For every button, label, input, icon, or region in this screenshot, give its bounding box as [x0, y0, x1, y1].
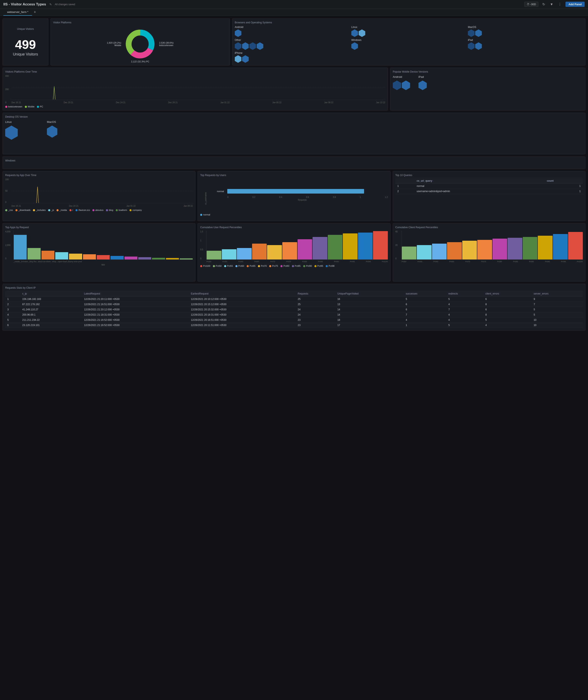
browsers-os-title: Browsers and Operating Systems	[235, 21, 583, 24]
top-queries-title: Top 10 Queries	[395, 174, 583, 177]
panel-desktop-os: Desktop OS Version Linux MacOS	[3, 113, 585, 154]
col-pages: UniquePageVisited	[335, 291, 404, 296]
cum-bar-pct55	[222, 249, 237, 259]
topbar-right: ⏱ -30D ↻ ▼ ⋮ Add Panel	[524, 2, 585, 7]
panel-client-ip-stats: Requests Stats by Client IP c_ip LatestR…	[3, 284, 585, 330]
col-redirects: redirects	[446, 291, 483, 296]
requests-app-legend: _css _downloads _includes _js _media / /…	[5, 209, 193, 211]
hex-macos-desktop	[47, 126, 57, 138]
col-client-errors: client_errors	[483, 291, 531, 296]
panel-top-queries: Top 10 Queries cs_uri_query count 1 norm…	[393, 171, 585, 221]
refresh-icon[interactable]: ↻	[541, 2, 546, 7]
table-row: 3 41.249.110.27 12/26/2021 21:20:12:000 …	[5, 307, 583, 312]
cum-client-bar-pct50	[402, 246, 417, 260]
bar-zapov	[124, 256, 137, 259]
cum-bar-pct90	[328, 235, 343, 259]
cum-bar-pct95	[343, 233, 358, 259]
hbar-normal	[227, 189, 364, 193]
visitors-line-chart	[11, 75, 385, 100]
row-1: Unique Visitors 499 Unique Visitors Visi…	[3, 18, 585, 65]
hex-android-lg-2	[402, 80, 410, 90]
hex-android	[235, 29, 241, 37]
hex-linux-desktop	[5, 126, 18, 140]
top-requests-users-title: Top Requests by Users	[200, 174, 388, 177]
saved-status: All changes saved	[55, 3, 75, 6]
visitors-legend: bots/unknown Mobile PC	[5, 105, 385, 108]
more-icon[interactable]: ⋮	[557, 2, 563, 7]
os-linux: Linux	[5, 120, 18, 140]
browser-item-ipad: iPad	[468, 39, 583, 50]
topbar: IIS - Visitor Access Types ✎ All changes…	[0, 0, 588, 9]
timerange-selector[interactable]: ⏱ -30D	[524, 2, 538, 7]
bar-includes	[28, 248, 40, 260]
hex-android-lg-1	[393, 80, 401, 90]
cumulative-user-legend: Pct100 Pct50 Pct55 Pct60 Pct65 Pct70 Pct…	[200, 265, 388, 267]
os-macos: MacOS	[47, 120, 57, 140]
col-cip: c_ip	[20, 291, 82, 296]
requests-app-svg	[11, 178, 193, 203]
cum-bar-pct75	[282, 242, 297, 259]
bar-boaform	[138, 257, 151, 259]
cum-client-bar-pct80	[493, 239, 507, 259]
browser-item-windows: Windows	[351, 39, 466, 50]
chart-yaxis: 400 200 0	[5, 75, 9, 104]
browser-item-iphone: iPhone	[235, 51, 350, 63]
col-requests: Requests	[296, 291, 335, 296]
page-title: IIS - Visitor Access Types	[3, 2, 46, 6]
cum-client-bar-pct85	[508, 238, 522, 259]
bar-shopping	[111, 256, 123, 259]
cum-bar-pct80	[298, 239, 312, 259]
cum-bar-pct65	[252, 244, 267, 259]
donut-label-bots: 2,536 (38.6%)bots/unknown	[159, 41, 173, 46]
panel-cumulative-client: Cumulative Client Request Percentiles 40…	[393, 223, 585, 281]
cumulative-client-chart	[402, 230, 583, 260]
queries-col-query: cs_uri_query	[415, 178, 545, 183]
donut-legend-right: 2,536 (38.6%)bots/unknown	[159, 41, 173, 46]
table-row: 5 211.211.234.22 12/26/2021 21:16:52:000…	[5, 317, 583, 323]
bar-media	[14, 235, 27, 259]
browser-item-linux: Linux	[351, 26, 466, 37]
cum-client-bar-pct70	[462, 241, 477, 259]
mobile-ipad: iPad	[418, 75, 427, 90]
edit-icon[interactable]: ✎	[49, 3, 52, 6]
desktop-os-title: Desktop OS Version	[5, 115, 583, 118]
col-latest: LatestRequest	[82, 291, 189, 296]
visitor-platforms-title: Visitor Platforms	[53, 21, 227, 24]
cum-client-bar-pct100	[568, 232, 583, 259]
cum-bar-pct100	[373, 231, 388, 259]
row-2: Visitors Platforms Over Time 400 200 0 D…	[3, 68, 585, 110]
table-row: 6 23.120.219.101 12/26/2021 21:16:52:000…	[5, 323, 583, 328]
panel-popular-mobile: Popular Mobile Device Versions Android i…	[390, 68, 585, 110]
browser-item-macos: MacOS	[468, 26, 583, 37]
col-successes: successes	[404, 291, 446, 296]
col-earliest: EarliestRequest	[189, 291, 295, 296]
panel-windows-label: Windows	[3, 156, 585, 169]
hex-linux-1	[351, 29, 358, 37]
unique-visitors-count: 499	[15, 38, 36, 51]
bar-blog	[41, 251, 54, 259]
tab-webserver-farm[interactable]: webserver_farm *	[3, 9, 32, 16]
add-panel-button[interactable]: Add Panel	[565, 2, 585, 7]
panel-visitors-over-time: Visitors Platforms Over Time 400 200 0 D…	[3, 68, 388, 110]
header-icons: ✎	[49, 3, 52, 6]
browser-grid: Android Linux MacOS	[235, 26, 583, 63]
chart-xaxis: Dec 16 21 Dec 20 21 Dec 24 21 Dec 28 21 …	[11, 101, 385, 104]
browser-item-android: Android	[235, 26, 350, 37]
bar-smin	[166, 258, 179, 259]
top-apps-title: Top Apps by Request	[5, 226, 193, 229]
top-apps-barchart	[14, 230, 193, 260]
queries-col-count: count	[545, 178, 583, 183]
cum-bar-pct98	[358, 232, 373, 259]
cum-client-bar-pct60	[432, 244, 447, 259]
queries-table: cs_uri_query count 1 normal 1 2 username…	[395, 178, 583, 194]
panel-top-requests-users: Top Requests by Users cs_username normal…	[197, 171, 390, 221]
unique-visitors-label: Unique Visitors	[13, 52, 38, 56]
table-row: 1 156.196.182.183 12/26/2021 21:20:11:00…	[5, 296, 583, 302]
filter-icon[interactable]: ▼	[549, 2, 554, 7]
cum-client-bar-pct95	[538, 236, 553, 259]
panel-requests-app: Requests by App Over Time 100 50 0 Dec 1…	[3, 171, 195, 221]
row-5: Top Apps by Request 4,000 2,000 0	[3, 223, 585, 281]
cum-client-bar-pct55	[417, 245, 432, 260]
tab-add[interactable]: +	[32, 9, 38, 15]
col-server-errors: server_errors	[531, 291, 583, 296]
